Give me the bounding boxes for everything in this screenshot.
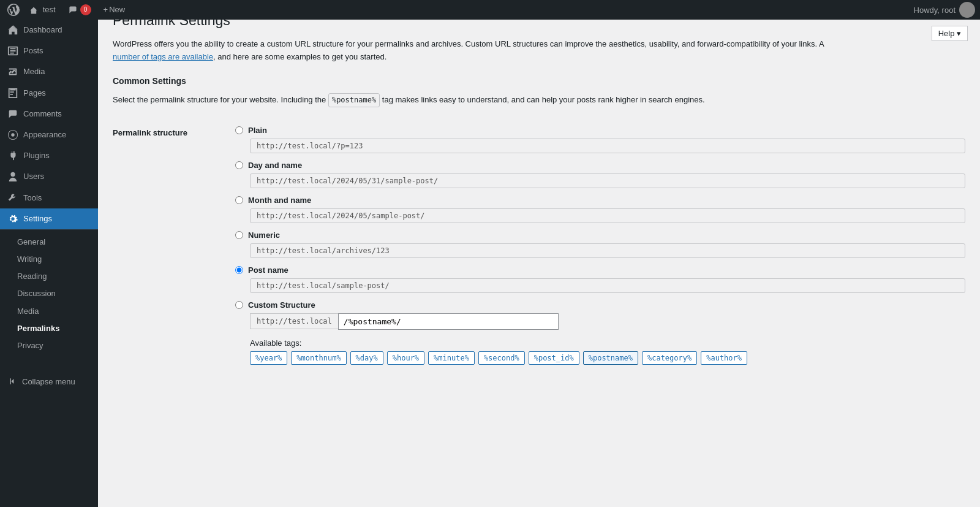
option-post-name: Post name http://test.local/sample-post/: [235, 265, 965, 293]
option-day-name: Day and name http://test.local/2024/05/3…: [235, 161, 965, 188]
radio-month-name[interactable]: [235, 196, 243, 204]
sidebar-item-appearance[interactable]: Appearance: [0, 124, 98, 145]
option-month-name: Month and name http://test.local/2024/05…: [235, 196, 965, 223]
option-custom: Custom Structure http://test.local Avail…: [235, 300, 965, 365]
sidebar-item-settings[interactable]: Settings: [0, 208, 98, 229]
radio-custom[interactable]: [235, 301, 243, 309]
radio-plain-label[interactable]: Plain: [235, 126, 965, 135]
tag-year[interactable]: %year%: [250, 351, 287, 365]
settings-table: Permalink structure Plain http://test.lo…: [113, 120, 965, 371]
sidebar-subitem-media[interactable]: Media: [0, 303, 98, 320]
sidebar-item-pages[interactable]: Pages: [0, 83, 98, 104]
custom-structure-row: http://test.local: [250, 313, 965, 330]
sidebar-item-media[interactable]: Media: [0, 61, 98, 82]
tag-minute[interactable]: %minute%: [428, 351, 475, 365]
tags-link[interactable]: number of tags are available: [113, 52, 213, 61]
radio-post-name-label[interactable]: Post name: [235, 265, 965, 275]
page-description: WordPress offers you the ability to crea…: [113, 38, 848, 64]
radio-plain[interactable]: [235, 126, 243, 134]
common-settings-desc: Select the permalink structure for your …: [113, 93, 965, 107]
sidebar-subitem-privacy[interactable]: Privacy: [0, 337, 98, 354]
available-tags-section: Available tags: %year% %monthnum% %day% …: [250, 338, 965, 365]
collapse-menu-button[interactable]: Collapse menu: [0, 370, 98, 383]
sidebar-subitem-writing[interactable]: Writing: [0, 251, 98, 268]
user-info: Howdy, root: [914, 2, 975, 18]
sidebar-subitem-discussion[interactable]: Discussion: [0, 285, 98, 302]
wp-logo: [5, 0, 22, 20]
sidebar-item-plugins[interactable]: Plugins: [0, 145, 98, 166]
radio-day-name-label[interactable]: Day and name: [235, 161, 965, 170]
sidebar: Dashboard Posts Media Pages Comments App…: [0, 20, 98, 383]
permalink-structure-label: Permalink structure: [113, 120, 235, 371]
sidebar-subitem-permalinks[interactable]: Permalinks: [0, 320, 98, 337]
avatar: [959, 2, 975, 18]
sidebar-item-posts[interactable]: Posts: [0, 40, 98, 61]
custom-structure-input[interactable]: [338, 313, 559, 330]
radio-numeric[interactable]: [235, 231, 243, 239]
comments-link[interactable]: 0: [63, 4, 96, 15]
sidebar-item-dashboard[interactable]: Dashboard: [0, 20, 98, 40]
sidebar-item-tools[interactable]: Tools: [0, 188, 98, 208]
new-menu[interactable]: + New: [99, 0, 130, 20]
tag-monthnum[interactable]: %monthnum%: [291, 351, 346, 365]
tag-author[interactable]: %author%: [701, 351, 747, 365]
sidebar-item-comments[interactable]: Comments: [0, 104, 98, 124]
postname-tag-inline: %postname%: [328, 93, 380, 107]
option-plain: Plain http://test.local/?p=123: [235, 126, 965, 153]
main-content: Permalink Settings WordPress offers you …: [98, 0, 980, 383]
tag-day[interactable]: %day%: [350, 351, 383, 365]
tag-postname[interactable]: %postname%: [583, 351, 638, 365]
sidebar-item-users[interactable]: Users: [0, 166, 98, 187]
sidebar-subitem-reading[interactable]: Reading: [0, 268, 98, 285]
sidebar-subitem-general[interactable]: General: [0, 234, 98, 251]
topbar: test 0 + New Howdy, root: [0, 0, 980, 20]
option-numeric: Numeric http://test.local/archives/123: [235, 231, 965, 258]
url-preview-day-name: http://test.local/2024/05/31/sample-post…: [250, 173, 965, 188]
tag-hour[interactable]: %hour%: [387, 351, 424, 365]
tag-second[interactable]: %second%: [478, 351, 525, 365]
svg-point-0: [11, 133, 14, 136]
tag-category[interactable]: %category%: [642, 351, 697, 365]
radio-custom-label[interactable]: Custom Structure: [235, 300, 965, 310]
custom-url-prefix: http://test.local: [250, 313, 338, 329]
settings-subitems: General Writing Reading Discussion Media…: [0, 229, 98, 358]
radio-month-name-label[interactable]: Month and name: [235, 196, 965, 205]
tag-post-id[interactable]: %post_id%: [529, 351, 579, 365]
url-preview-numeric: http://test.local/archives/123: [250, 243, 965, 258]
home-link[interactable]: test: [24, 0, 61, 20]
comment-count: 0: [80, 4, 91, 15]
url-preview-post-name: http://test.local/sample-post/: [250, 278, 965, 293]
common-settings-title: Common Settings: [113, 76, 965, 86]
help-button[interactable]: Help ▾: [932, 26, 968, 41]
permalink-structure-row: Permalink structure Plain http://test.lo…: [113, 120, 965, 371]
permalink-options: Plain http://test.local/?p=123 Day and n…: [235, 126, 965, 365]
url-preview-month-name: http://test.local/2024/05/sample-post/: [250, 208, 965, 223]
radio-post-name[interactable]: [235, 266, 243, 274]
tag-buttons-container: %year% %monthnum% %day% %hour% %minute% …: [250, 351, 965, 365]
radio-day-name[interactable]: [235, 161, 243, 169]
radio-numeric-label[interactable]: Numeric: [235, 231, 965, 240]
url-preview-plain: http://test.local/?p=123: [250, 139, 965, 153]
